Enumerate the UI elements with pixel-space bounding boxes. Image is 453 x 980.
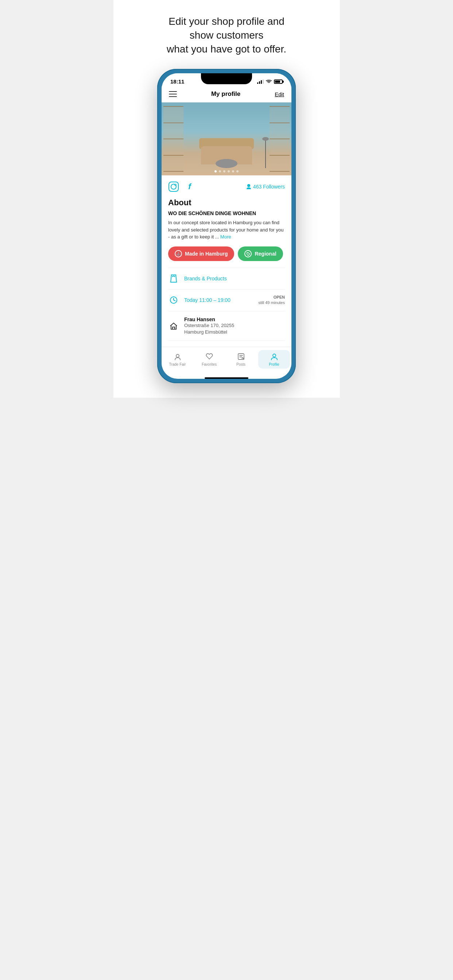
coffee-table <box>215 159 238 168</box>
notch <box>201 73 252 84</box>
tab-favorites-label: Favorites <box>202 363 217 366</box>
more-link[interactable]: More <box>220 234 231 240</box>
address-line2: Hamburg Eimsbüttel <box>184 329 285 336</box>
address-content: Frau Hansen Osterstraße 170, 20255 Hambu… <box>184 317 285 336</box>
edit-button[interactable]: Edit <box>274 91 284 97</box>
social-row: f 463 Followers <box>168 181 285 192</box>
info-rows: Brands & Products Today 11:00 – 19:0 <box>168 267 285 341</box>
brands-content: Brands & Products <box>184 275 285 282</box>
shelf-left <box>163 106 183 172</box>
brands-label: Brands & Products <box>184 275 227 282</box>
leaf-icon <box>244 250 252 258</box>
hours-content: Today 11:00 – 19:00 <box>184 297 253 303</box>
facebook-icon: f <box>188 182 191 191</box>
hours-label: Today 11:00 – 19:00 <box>184 297 231 303</box>
floor-lamp <box>265 139 266 168</box>
about-text: In our concept store located in Hamburg … <box>168 219 285 240</box>
followers-badge: 463 Followers <box>246 184 285 189</box>
headline: Edit your shop profile and show customer… <box>152 14 301 56</box>
tab-profile[interactable]: Profile <box>258 350 290 369</box>
tag-hamburg-label: Made in Hamburg <box>185 251 228 257</box>
tab-profile-label: Profile <box>269 363 279 366</box>
nav-title: My profile <box>211 91 240 98</box>
about-section: About WO DIE SCHÖNEN DINGE WOHNEN In our… <box>168 198 285 240</box>
dot-5[interactable] <box>232 170 234 172</box>
page-wrapper: Edit your shop profile and show customer… <box>113 0 340 398</box>
about-title: About <box>168 198 285 207</box>
person-icon <box>246 184 251 189</box>
svg-point-0 <box>247 184 250 187</box>
brands-row[interactable]: Brands & Products <box>168 268 285 290</box>
open-status: OPEN still 49 minutes <box>258 294 285 306</box>
battery-icon <box>274 80 283 84</box>
tab-posts[interactable]: Posts <box>225 350 257 369</box>
tag-regional-label: Regional <box>255 251 276 257</box>
dot-4[interactable] <box>228 170 230 172</box>
favorites-icon <box>205 352 214 361</box>
posts-icon <box>237 352 246 361</box>
tab-favorites[interactable]: Favorites <box>193 350 225 369</box>
phone-inner: 18:11 <box>161 73 292 379</box>
svg-point-5 <box>273 354 276 357</box>
home-indicator <box>205 377 248 379</box>
home-icon <box>168 320 179 331</box>
bag-icon <box>168 273 179 284</box>
profile-icon <box>270 352 279 361</box>
anchor-icon: ⚓ <box>175 250 182 258</box>
tab-trade-fair[interactable]: Trade Fair <box>161 350 193 369</box>
clock-icon <box>168 294 179 305</box>
social-icons: f <box>168 181 195 192</box>
tab-trade-fair-label: Trade Fair <box>169 363 186 366</box>
tag-regional[interactable]: Regional <box>238 247 283 261</box>
hamburger-menu[interactable] <box>169 91 177 97</box>
instagram-button[interactable] <box>168 181 179 192</box>
status-time: 18:11 <box>170 78 184 84</box>
svg-point-3 <box>176 355 179 357</box>
svg-rect-2 <box>172 327 175 329</box>
time-remaining: still 49 minutes <box>258 300 285 305</box>
dot-3[interactable] <box>223 170 225 172</box>
wifi-icon <box>266 80 272 84</box>
nav-bar: My profile Edit <box>161 88 292 102</box>
phone-frame: 18:11 <box>157 69 296 383</box>
address-line1: Osterstraße 170, 20255 <box>184 322 285 329</box>
tab-bar: Trade Fair Favorites <box>161 347 292 376</box>
content-area: f 463 Followers About WO DIE SCHÖNEN D <box>161 175 292 347</box>
signal-icon <box>257 80 264 84</box>
instagram-icon <box>169 181 179 192</box>
carousel-dots <box>161 170 292 172</box>
open-badge: OPEN <box>258 294 285 300</box>
facebook-button[interactable]: f <box>184 181 195 192</box>
tags-row: ⚓ Made in Hamburg Regional <box>168 247 285 261</box>
dot-6[interactable] <box>236 170 239 172</box>
status-icons <box>257 80 283 84</box>
tab-posts-label: Posts <box>236 363 246 366</box>
address-row[interactable]: Frau Hansen Osterstraße 170, 20255 Hambu… <box>168 311 285 341</box>
hero-image <box>161 102 292 175</box>
tag-hamburg[interactable]: ⚓ Made in Hamburg <box>168 247 234 261</box>
shelf-right <box>270 106 290 172</box>
shop-tagline: WO DIE SCHÖNEN DINGE WOHNEN <box>168 210 285 216</box>
dot-2[interactable] <box>219 170 221 172</box>
followers-count: 463 Followers <box>253 184 285 189</box>
dot-1[interactable] <box>214 170 217 172</box>
hours-row[interactable]: Today 11:00 – 19:00 OPEN still 49 minute… <box>168 290 285 311</box>
shop-name: Frau Hansen <box>184 317 285 322</box>
trade-fair-icon <box>173 352 182 361</box>
